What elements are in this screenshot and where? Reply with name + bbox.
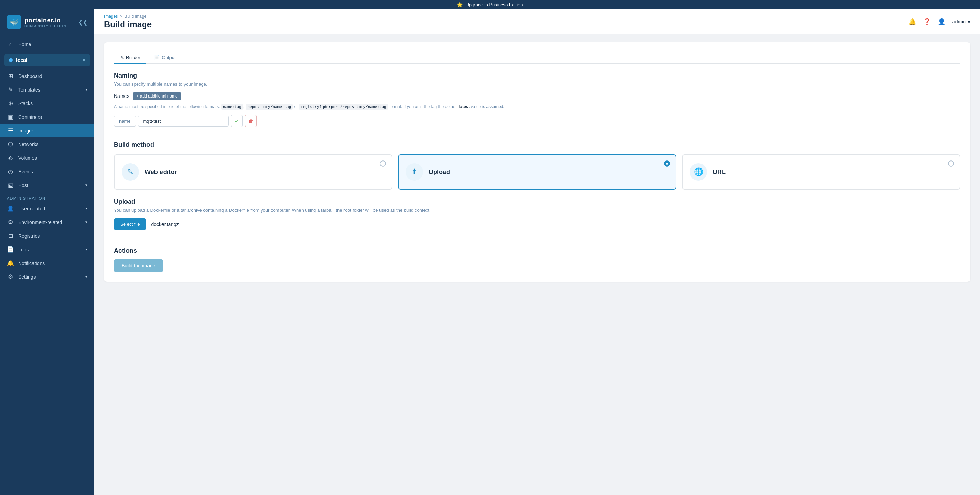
- add-additional-name-button[interactable]: + add additional name: [133, 92, 181, 100]
- sidebar-images-label: Images: [18, 128, 34, 134]
- user-icon[interactable]: 👤: [938, 18, 945, 26]
- build-options: ✎ Web editor ⬆ Upload 🌐 URL: [114, 154, 961, 190]
- format-suffix: format. If you omit the tag the default: [389, 104, 457, 109]
- upload-section-desc: You can upload a Dockerfile or a tar arc…: [114, 208, 961, 213]
- star-icon: ⭐: [457, 2, 463, 7]
- templates-chevron-icon: ▾: [85, 88, 88, 92]
- format-hint-prefix: A name must be specified in one of the f…: [114, 104, 220, 109]
- web-editor-radio[interactable]: [380, 160, 386, 167]
- format-hint: A name must be specified in one of the f…: [114, 104, 961, 110]
- main-content: Images > Build image Build image 🔔 ❓ 👤 a…: [94, 10, 980, 495]
- sidebar-item-events[interactable]: ◷ Events: [0, 164, 94, 178]
- page-body: ✎ Builder 📄 Output Naming You can specif…: [94, 34, 980, 495]
- sidebar-item-stacks[interactable]: ⊛ Stacks: [0, 96, 94, 110]
- url-radio[interactable]: [948, 160, 954, 167]
- upgrade-banner[interactable]: ⭐ Upgrade to Business Edition: [0, 0, 980, 10]
- name-delete-button[interactable]: 🗑: [245, 115, 257, 127]
- sidebar-registries-label: Registries: [18, 233, 40, 239]
- breadcrumb-current: Build image: [124, 14, 146, 19]
- sidebar-item-images[interactable]: ☰ Images: [0, 124, 94, 137]
- events-icon: ◷: [7, 168, 14, 175]
- sidebar: 🐳 portainer.io COMMUNITY EDITION ❮❮ ⌂ Ho…: [0, 10, 94, 495]
- names-row: Names + add additional name: [114, 92, 961, 100]
- sidebar-logs-label: Logs: [18, 247, 29, 252]
- tab-output[interactable]: 📄 Output: [148, 52, 182, 64]
- main-card: ✎ Builder 📄 Output Naming You can specif…: [104, 42, 970, 282]
- format2-code: repository/name:tag: [246, 104, 293, 110]
- portainer-edition: COMMUNITY EDITION: [24, 24, 66, 28]
- sidebar-item-networks[interactable]: ⬡ Networks: [0, 137, 94, 151]
- tab-builder[interactable]: ✎ Builder: [114, 52, 146, 64]
- actions-title: Actions: [114, 247, 961, 254]
- build-image-button[interactable]: Build the image: [114, 259, 163, 272]
- user-related-chevron-icon: ▾: [85, 206, 88, 211]
- containers-icon: ▣: [7, 113, 14, 120]
- name-value-input[interactable]: [138, 116, 229, 126]
- sidebar-logo: 🐳 portainer.io COMMUNITY EDITION ❮❮: [0, 10, 94, 35]
- sidebar-templates-label: Templates: [18, 87, 41, 93]
- header-right: 🔔 ❓ 👤 admin ▾: [908, 18, 970, 26]
- portainer-logo-icon: 🐳: [7, 15, 21, 29]
- sidebar-item-volumes[interactable]: ⬖ Volumes: [0, 151, 94, 164]
- sidebar-item-settings[interactable]: ⚙ Settings ▾: [0, 270, 94, 284]
- upgrade-banner-label: Upgrade to Business Edition: [465, 2, 523, 7]
- sidebar-item-containers[interactable]: ▣ Containers: [0, 110, 94, 124]
- environment-block: local ×: [4, 54, 90, 66]
- name-confirm-button[interactable]: ✓: [231, 115, 243, 127]
- naming-section-title: Naming: [114, 72, 961, 79]
- help-icon[interactable]: ❓: [923, 18, 931, 26]
- format-default: latest: [459, 104, 469, 109]
- build-option-upload[interactable]: ⬆ Upload: [398, 154, 676, 190]
- upload-section-title: Upload: [114, 198, 961, 206]
- sidebar-item-logs[interactable]: 📄 Logs ▾: [0, 243, 94, 256]
- breadcrumb-separator: >: [120, 14, 122, 19]
- sidebar-item-dashboard[interactable]: ⊞ Dashboard: [0, 69, 94, 83]
- name-input-row: name ✓ 🗑: [114, 115, 961, 127]
- settings-icon: ⚙: [7, 273, 14, 280]
- sidebar-item-registries[interactable]: ⊡ Registries: [0, 229, 94, 243]
- selected-file-name: docker.tar.gz: [151, 222, 178, 227]
- admin-menu[interactable]: admin ▾: [952, 19, 970, 24]
- sidebar-item-user-related[interactable]: 👤 User-related ▾: [0, 202, 94, 216]
- builder-tab-label: Builder: [126, 55, 140, 60]
- sidebar-environment-related-label: Environment-related: [18, 220, 62, 225]
- naming-section-desc: You can specify multiple names to your i…: [114, 81, 961, 87]
- sidebar-user-related-label: User-related: [18, 206, 45, 211]
- builder-tab-icon: ✎: [120, 55, 124, 60]
- upload-radio[interactable]: [664, 160, 670, 167]
- notification-bell-icon[interactable]: 🔔: [908, 18, 916, 26]
- output-tab-label: Output: [162, 55, 175, 60]
- header-left: Images > Build image Build image: [104, 14, 152, 29]
- env-close-button[interactable]: ×: [83, 57, 85, 63]
- url-label: URL: [713, 169, 725, 176]
- section-divider-2: [114, 240, 961, 240]
- build-option-web-editor[interactable]: ✎ Web editor: [114, 154, 392, 190]
- sidebar-item-host[interactable]: ⬕ Host ▾: [0, 178, 94, 192]
- sidebar-item-notifications[interactable]: 🔔 Notifications: [0, 256, 94, 270]
- networks-icon: ⬡: [7, 141, 14, 147]
- sidebar-events-label: Events: [18, 169, 33, 174]
- breadcrumb-parent[interactable]: Images: [104, 14, 118, 19]
- format-end: value is assumed.: [471, 104, 504, 109]
- select-file-button[interactable]: Select file: [114, 219, 146, 230]
- sidebar-item-environment-related[interactable]: ⚙ Environment-related ▾: [0, 216, 94, 229]
- url-icon: 🌐: [690, 163, 707, 181]
- page-title: Build image: [104, 19, 152, 29]
- upload-label: Upload: [429, 169, 450, 176]
- sidebar-item-templates[interactable]: ✎ Templates ▾: [0, 83, 94, 96]
- sidebar-stacks-label: Stacks: [18, 101, 33, 106]
- host-icon: ⬕: [7, 182, 14, 188]
- registries-icon: ⊡: [7, 233, 14, 239]
- admin-label: admin: [952, 19, 966, 24]
- sidebar-dashboard-label: Dashboard: [18, 73, 42, 79]
- tab-bar: ✎ Builder 📄 Output: [114, 52, 961, 64]
- sidebar-volumes-label: Volumes: [18, 155, 37, 161]
- host-chevron-icon: ▾: [85, 183, 88, 187]
- notifications-icon: 🔔: [7, 260, 14, 267]
- env-status-dot: [9, 58, 13, 62]
- sidebar-collapse-button[interactable]: ❮❮: [78, 19, 88, 26]
- web-editor-icon: ✎: [122, 163, 139, 181]
- build-option-url[interactable]: 🌐 URL: [682, 154, 961, 190]
- sidebar-item-home[interactable]: ⌂ Home: [0, 38, 94, 51]
- home-icon: ⌂: [7, 41, 14, 48]
